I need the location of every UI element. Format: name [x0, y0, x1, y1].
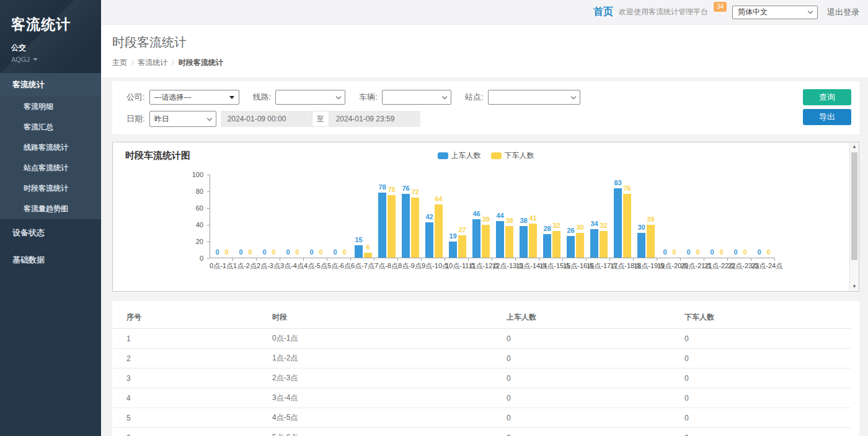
- cell-boarding: 0: [507, 329, 684, 349]
- bar-value-label: 0: [333, 248, 337, 256]
- cell-alighting: 0: [684, 349, 851, 368]
- legend-label: 下车人数: [505, 150, 534, 161]
- date-preset-select[interactable]: 昨日: [149, 111, 216, 127]
- company-select-value: ---请选择---: [154, 92, 192, 103]
- x-axis-label: 17点-18点: [610, 262, 634, 270]
- vehicle-select[interactable]: [382, 90, 451, 105]
- x-axis-tick: [210, 258, 233, 261]
- breadcrumb-item[interactable]: 主页: [112, 58, 127, 68]
- scroll-down-icon[interactable]: ▼: [850, 282, 859, 291]
- bar-group: 4639: [469, 174, 493, 258]
- bar-value-label: 0: [239, 248, 242, 256]
- bar-下车人数: 38: [505, 226, 513, 258]
- x-axis-tick: [681, 258, 704, 261]
- scrollbar-thumb[interactable]: [851, 152, 857, 260]
- date-from-input[interactable]: 2024-01-09 00:00: [221, 111, 312, 127]
- bar-上车人数: 83: [614, 188, 622, 258]
- sidebar-item-0[interactable]: 客流统计: [0, 73, 101, 97]
- bar-group: 3841: [516, 174, 540, 258]
- caret-down-icon: [33, 58, 38, 61]
- legend-item[interactable]: 下车人数: [491, 150, 534, 161]
- cell-boarding: 0: [507, 388, 684, 408]
- main-area: 首页 欢迎使用客流统计管理平台 34 简体中文 退出登录 时段客流统计 主页/客…: [101, 0, 868, 436]
- filter-group-line: 线路:: [253, 90, 346, 105]
- org-code-dropdown[interactable]: AQGJ: [11, 56, 101, 63]
- bar-下车人数: 32: [600, 231, 608, 258]
- sidebar-item-4[interactable]: 站点客流统计: [0, 158, 101, 178]
- table-row: 54点-5点00: [112, 408, 851, 428]
- x-axis-tick: [751, 258, 775, 261]
- table-row: 65点-6点00: [112, 428, 851, 436]
- x-axis-label: 5点-6点: [327, 262, 351, 270]
- x-axis-tick: [610, 258, 634, 261]
- bar-下车人数: 75: [388, 195, 396, 258]
- bar-group: 1927: [446, 174, 469, 258]
- chart-scrollbar[interactable]: ▲ ▼: [849, 142, 859, 291]
- bar-value-label: 0: [295, 248, 299, 256]
- bar-value-label: 28: [543, 225, 551, 232]
- x-axis-label: 9点-10点: [422, 262, 445, 270]
- sidebar-item-8[interactable]: 基础数据: [0, 246, 101, 274]
- bar-value-label: 38: [505, 217, 513, 224]
- chart-plot-area: 0000000000001567875767242641927463944383…: [210, 175, 775, 258]
- x-axis-label: 16点-17点: [587, 262, 610, 270]
- bar-value-label: 0: [215, 248, 219, 256]
- scroll-up-icon[interactable]: ▲: [850, 142, 859, 151]
- x-axis-labels: 0点-1点1点-2点2点-3点3点-4点4点-5点5点-6点6点-7点7点-8点…: [210, 262, 775, 270]
- station-select[interactable]: [488, 90, 580, 105]
- notification-badge[interactable]: 34: [714, 2, 727, 12]
- org-name: 公交: [11, 43, 101, 53]
- bar-value-label: 44: [496, 212, 503, 219]
- cell-period: 5点-6点: [272, 428, 507, 436]
- date-preset-value: 昨日: [154, 114, 169, 124]
- scrollbar-track[interactable]: [850, 151, 859, 282]
- station-label: 站点:: [465, 92, 484, 103]
- date-separator: 至: [312, 111, 329, 127]
- sidebar-item-3[interactable]: 线路客流统计: [0, 137, 101, 158]
- bar-group: 00: [658, 174, 681, 258]
- bar-上车人数: 44: [496, 221, 504, 258]
- bar-上车人数: 19: [449, 242, 457, 258]
- legend-item[interactable]: 上车人数: [438, 150, 481, 161]
- date-label: 日期:: [126, 113, 145, 124]
- bar-value-label: 83: [614, 179, 621, 186]
- bar-value-label: 6: [366, 243, 370, 251]
- query-button[interactable]: 查询: [803, 89, 851, 105]
- x-axis-label: 21点-22点: [704, 262, 728, 270]
- bar-value-label: 0: [248, 248, 252, 256]
- bar-下车人数: 39: [647, 225, 655, 258]
- breadcrumb-item[interactable]: 客流统计: [138, 58, 167, 68]
- bar-value-label: 0: [309, 248, 313, 256]
- sidebar-item-5-current[interactable]: 时段客流统计: [0, 178, 101, 199]
- legend-swatch-icon: [438, 152, 448, 159]
- bar-value-label: 30: [576, 224, 583, 231]
- table-row: 32点-3点00: [112, 368, 851, 388]
- org-code-label: AQGJ: [11, 56, 30, 63]
- x-axis-label: 15点-16点: [563, 262, 587, 270]
- date-to-input[interactable]: 2024-01-09 23:59: [329, 111, 420, 127]
- sidebar-header: 客流统计 公交 AQGJ: [0, 0, 101, 73]
- bar-上车人数: 34: [590, 229, 598, 258]
- home-link[interactable]: 首页: [593, 6, 613, 19]
- breadcrumb-separator: /: [131, 59, 133, 68]
- bar-value-label: 0: [719, 248, 723, 256]
- sidebar-item-7[interactable]: 设备状态: [0, 219, 101, 246]
- cell-boarding: 0: [507, 368, 684, 388]
- bar-value-label: 0: [672, 248, 676, 256]
- line-select[interactable]: [275, 90, 345, 105]
- table-header-row: 序号时段上车人数下车人数: [112, 306, 851, 329]
- bar-value-label: 0: [743, 248, 746, 256]
- export-button[interactable]: 导出: [803, 109, 851, 125]
- bar-group: 2832: [540, 174, 564, 258]
- cell-index: 6: [112, 428, 272, 436]
- sidebar-item-6[interactable]: 客流量趋势图: [0, 199, 101, 219]
- sidebar-item-1[interactable]: 客流明细: [0, 97, 101, 117]
- company-select[interactable]: ---请选择---: [149, 90, 239, 105]
- app-title: 客流统计: [11, 15, 101, 34]
- x-axis-tick: [233, 258, 257, 261]
- bar-value-label: 0: [342, 248, 346, 256]
- y-axis-tick-mark: [207, 175, 210, 175]
- sidebar-item-2[interactable]: 客流汇总: [0, 117, 101, 137]
- logout-link[interactable]: 退出登录: [827, 7, 859, 18]
- language-select[interactable]: 简体中文: [732, 6, 818, 19]
